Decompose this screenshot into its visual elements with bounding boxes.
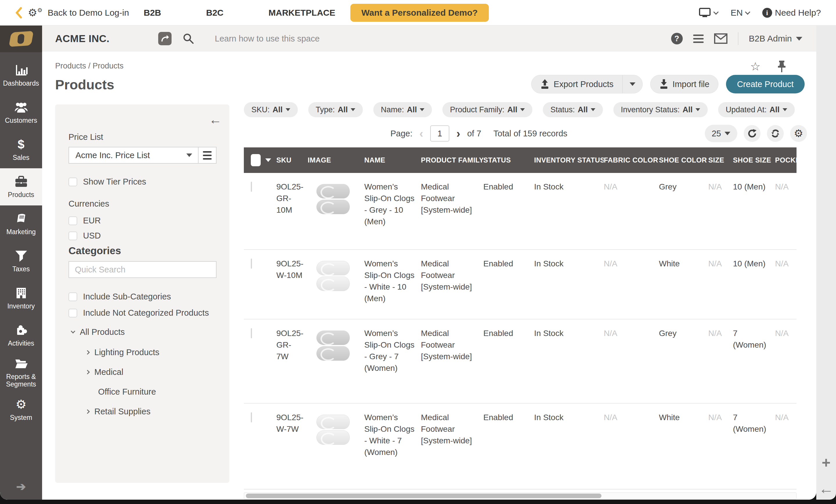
page-size-select[interactable]: 25	[705, 125, 737, 142]
filter-chip-name[interactable]: Name:All	[373, 102, 432, 117]
favorite-star-icon[interactable]: ☆	[750, 60, 761, 73]
sidebar-item-dashboards[interactable]: Dashboards	[0, 57, 42, 94]
sidebar-expand-arrow-icon[interactable]: ➔	[16, 480, 26, 493]
column-header-status[interactable]: STATUS	[483, 148, 534, 173]
show-tier-prices-checkbox[interactable]: Show Tier Prices	[69, 177, 146, 187]
demo-tab-b2c[interactable]: B2C	[206, 0, 224, 25]
filter-chip-sku[interactable]: SKU:All	[244, 102, 298, 117]
back-to-demo-link[interactable]: Back to Demo Log-in	[48, 8, 129, 18]
checkbox[interactable]	[69, 178, 77, 186]
column-header-name[interactable]: NAME	[364, 148, 421, 173]
currency-usd-checkbox[interactable]: USD	[69, 231, 101, 240]
checkbox[interactable]	[69, 216, 77, 225]
sidebar-item-reports[interactable]: Reports & Segments	[0, 354, 42, 391]
sidebar-item-activities[interactable]: Activities	[0, 317, 42, 354]
organization-name[interactable]: ACME INC.	[55, 25, 110, 52]
tree-item-office-furniture[interactable]: Office Furniture	[98, 387, 156, 396]
chevron-down-icon[interactable]	[71, 329, 75, 334]
sidebar-item-system[interactable]: ⚙ System	[0, 391, 42, 428]
sidebar-item-customers[interactable]: Customers	[0, 94, 42, 131]
select-all-checkbox[interactable]	[251, 154, 261, 166]
row-checkbox[interactable]	[251, 412, 252, 423]
share-icon[interactable]	[158, 32, 172, 45]
include-not-categorized-checkbox[interactable]: Include Not Categorized Products	[69, 308, 209, 318]
export-products-button[interactable]: Export Products	[531, 75, 642, 93]
import-file-button[interactable]: Import file	[650, 75, 719, 93]
row-checkbox[interactable]	[251, 258, 252, 269]
price-list-select[interactable]: Acme Inc. Price List	[69, 147, 216, 164]
table-horizontal-scrollbar[interactable]	[244, 492, 797, 499]
row-checkbox[interactable]	[251, 182, 252, 192]
sidebar-item-inventory[interactable]: Inventory	[0, 280, 42, 317]
pin-icon[interactable]	[777, 60, 787, 73]
export-dropdown-toggle[interactable]	[622, 75, 642, 93]
checkbox[interactable]	[69, 232, 77, 240]
column-header-size[interactable]: SIZE	[708, 148, 733, 173]
search-hint-text[interactable]: Learn how to use this space	[215, 25, 320, 52]
filter-chip-type[interactable]: Type:All	[308, 102, 363, 117]
filter-chip-status[interactable]: Status:All	[543, 102, 603, 117]
checkbox[interactable]	[69, 292, 77, 301]
chevron-right-icon[interactable]	[86, 370, 90, 374]
page-label: Page:	[391, 129, 413, 138]
reset-sync-icon[interactable]	[767, 125, 784, 142]
back-arrow-icon[interactable]: ←	[819, 481, 834, 496]
price-list-menu-button[interactable]	[198, 148, 216, 163]
plus-icon[interactable]: +	[822, 455, 831, 470]
column-header-shoe-color[interactable]: SHOE COLOR	[659, 148, 708, 173]
help-icon[interactable]: ?	[671, 33, 683, 44]
column-header-fabric-color[interactable]: FABRIC COLOR	[604, 148, 659, 173]
personalized-demo-button[interactable]: Want a Personalized Demo?	[350, 4, 489, 22]
demo-tab-b2b[interactable]: B2B	[144, 0, 161, 25]
checkbox[interactable]	[69, 309, 77, 317]
category-search-input[interactable]	[69, 261, 216, 278]
search-icon[interactable]	[183, 33, 194, 44]
filter-chip-inventory-status[interactable]: Inventory Status:All	[613, 102, 708, 117]
mail-icon[interactable]	[714, 33, 727, 44]
cell-name: Women’s Slip-On Clogs - Grey - 10 (Men)	[364, 173, 421, 249]
app-window: Dashboards Customers $ Sales Products Ma…	[0, 25, 816, 500]
collapse-panel-arrow-icon[interactable]: ←	[209, 113, 222, 126]
language-switcher[interactable]: EN	[730, 8, 749, 18]
column-header-shoe-size[interactable]: SHOE SIZE	[733, 148, 775, 173]
product-image	[317, 415, 353, 445]
breadcrumb[interactable]: Products / Products	[55, 61, 124, 71]
sidebar-item-products[interactable]: Products	[0, 168, 42, 206]
filter-chip-product-family[interactable]: Product Family:All	[442, 102, 532, 117]
next-page-icon[interactable]: ›	[456, 128, 460, 139]
org-logo[interactable]	[0, 25, 42, 52]
chevron-right-icon[interactable]	[86, 409, 90, 414]
tree-item-medical[interactable]: Medical	[86, 367, 124, 377]
refresh-icon[interactable]	[744, 125, 761, 142]
create-product-button[interactable]: Create Product	[726, 75, 805, 93]
need-help[interactable]: i Need Help?	[762, 8, 821, 18]
column-header-inventory-status[interactable]: INVENTORY STATUS	[534, 148, 604, 173]
column-header-image[interactable]: IMAGE	[308, 148, 364, 173]
column-header-pocket[interactable]: POCKET	[775, 148, 797, 173]
page-number-input[interactable]	[430, 125, 449, 141]
sidebar-item-sales[interactable]: $ Sales	[0, 131, 42, 168]
menu-icon[interactable]	[693, 35, 704, 43]
prev-page-icon[interactable]: ‹	[419, 128, 423, 139]
tree-item-all-products[interactable]: All Products	[71, 327, 125, 337]
demo-side-strip: + ←	[816, 25, 836, 500]
chevron-right-icon[interactable]	[86, 350, 90, 355]
demo-tab-marketplace[interactable]: MARKETPLACE	[268, 0, 335, 25]
include-sub-categories-checkbox[interactable]: Include Sub-Categories	[69, 292, 171, 302]
filter-chip-updated-at[interactable]: Updated At:All	[718, 102, 795, 117]
sidebar-item-taxes[interactable]: Taxes	[0, 243, 42, 280]
sidebar-item-marketing[interactable]: Marketing	[0, 206, 42, 243]
caret-down-icon[interactable]	[265, 158, 271, 162]
tree-item-lighting-products[interactable]: Lighting Products	[86, 348, 159, 357]
column-header-sku[interactable]: SKU	[276, 148, 308, 173]
currency-eur-checkbox[interactable]: EUR	[69, 216, 101, 226]
user-menu[interactable]: B2B Admin	[749, 34, 802, 43]
row-checkbox[interactable]	[251, 328, 252, 338]
bar-chart-icon	[14, 64, 28, 77]
device-switcher[interactable]	[698, 7, 718, 19]
caret-down-icon	[591, 108, 595, 111]
column-header-product-family[interactable]: PRODUCT FAMILY	[421, 148, 483, 173]
tree-item-retail-supplies[interactable]: Retail Supplies	[86, 407, 150, 416]
sidebar-item-label: Inventory	[7, 302, 35, 310]
grid-settings-gear-icon[interactable]: ⚙	[790, 125, 807, 142]
